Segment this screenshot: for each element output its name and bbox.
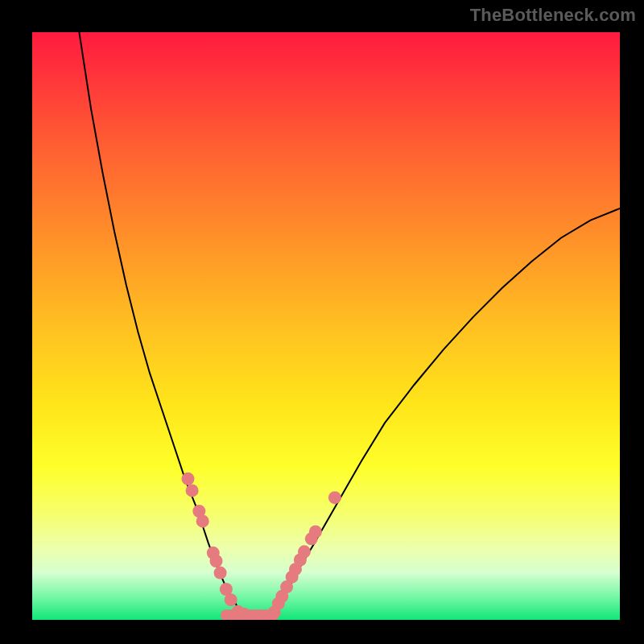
data-marker (214, 567, 227, 580)
data-marker (328, 491, 341, 504)
curve-right (273, 208, 620, 614)
data-marker (186, 484, 199, 497)
chart-stage: TheBottleneck.com (0, 0, 644, 644)
marker-group-right (268, 491, 341, 618)
marker-group-left (182, 473, 250, 620)
data-marker (196, 514, 209, 527)
data-marker (237, 608, 250, 620)
data-marker (210, 555, 223, 568)
plot-area (32, 32, 620, 620)
watermark-text: TheBottleneck.com (470, 5, 636, 26)
curve-left (79, 32, 241, 614)
data-marker (182, 473, 195, 485)
data-marker (309, 526, 322, 539)
chart-svg (32, 32, 620, 620)
data-marker (225, 593, 237, 606)
data-marker (298, 545, 311, 558)
